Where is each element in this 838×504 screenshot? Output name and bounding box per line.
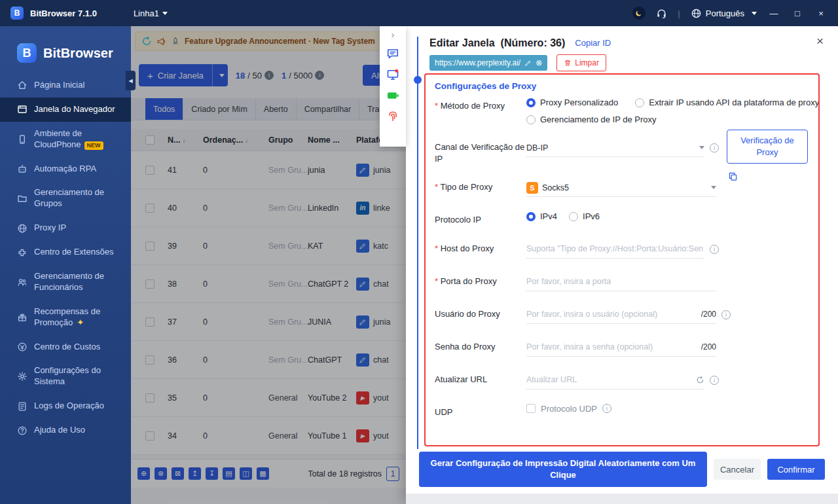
ip-check-channel-label: Canal de Verificação de IP (435, 139, 526, 164)
folder-icon (17, 193, 27, 204)
radio-off-icon (635, 98, 644, 107)
proxy-user-input[interactable] (526, 310, 697, 319)
generate-fingerprint-button[interactable]: Gerar Configuração de Impressão Digital … (419, 452, 707, 487)
url-chip[interactable]: https://www.perplexity.ai/ ⊗ (429, 55, 547, 71)
sidebar-item-recompensas-promocao[interactable]: Recompensas de Promoção✦ (0, 300, 131, 335)
brand: B BitBrowser (0, 26, 131, 73)
udp-label: UDP (435, 404, 526, 418)
sidebar-item-automacao-rpa[interactable]: Automação RPA (0, 157, 131, 181)
sidebar-item-ajuda-uso[interactable]: Ajuda de Uso (0, 418, 131, 442)
radio-extrair-ip-api[interactable]: Extrair IP usando API da plataforma de p… (635, 98, 819, 107)
radio-proxy-personalizado[interactable]: Proxy Personalizado (526, 98, 618, 107)
socks5-icon: S (526, 182, 538, 194)
proxy-method-label: Método de Proxy (435, 98, 526, 112)
chevron-down-icon (711, 186, 716, 192)
drawer-anchor-dot (414, 76, 422, 84)
sidebar-item-gerenciamento-funcionarios[interactable]: Gerenciamento de Funcionários (0, 264, 131, 300)
sidebar-collapse-icon[interactable]: ◀ (126, 71, 136, 90)
edit-url-icon[interactable] (524, 60, 532, 67)
minimize-button[interactable]: — (767, 9, 780, 18)
info-icon[interactable] (721, 310, 731, 319)
drawer-accent-line (417, 37, 418, 449)
main-content: Feature Upgrade Announcement · New Tag S… (131, 26, 406, 504)
proxy-type-label: Tipo de Proxy (435, 179, 526, 193)
close-button[interactable]: × (814, 9, 828, 18)
sidebar-item-janela-do-navegador[interactable]: Janela do Navegador (0, 98, 131, 122)
proxy-verify-button[interactable]: Verificação de Proxy (727, 130, 808, 164)
drawer-window-number: (Número: 36) (501, 37, 566, 49)
radio-off-icon (569, 212, 578, 221)
sidebar-item-centro-custos[interactable]: Centro de Custos (0, 335, 131, 359)
bitbrowser-window: B BitBrowser 7.1.0 Linha1 | Português — … (0, 0, 838, 504)
sidebar-item-proxy-ip[interactable]: Proxy IP (0, 216, 131, 240)
refresh-icon[interactable] (696, 376, 704, 384)
sidebar-nav: Página Inicial Janela do Navegador Ambie… (0, 73, 131, 442)
drawer-header: Editar Janela (Número: 36) Copiar ID (406, 26, 838, 51)
proxy-password-input[interactable] (526, 342, 697, 351)
clear-button[interactable]: Limpar (556, 54, 606, 71)
monitor-icon[interactable] (386, 68, 399, 81)
brand-logo-icon: B (17, 43, 37, 63)
radio-gerenciamento-ip[interactable]: Gerenciamento de IP de Proxy (526, 115, 657, 124)
theme-toggle[interactable] (632, 7, 646, 20)
side-toolbar: › (380, 26, 406, 147)
coin-icon (17, 342, 27, 352)
phone-icon (17, 134, 27, 145)
proxy-settings-section: Configurações de Proxy Método de Proxy P… (424, 73, 820, 446)
line-selector[interactable]: Linha1 (134, 9, 168, 18)
refresh-url-input[interactable] (526, 375, 692, 384)
fingerprint-icon[interactable] (386, 110, 399, 123)
remove-url-icon[interactable]: ⊗ (536, 59, 542, 67)
proxy-type-select[interactable]: S Socks5 (526, 179, 716, 197)
confirm-button[interactable]: Confirmar (767, 459, 825, 480)
drawer-close-icon[interactable]: × (816, 34, 824, 48)
copy-id-link[interactable]: Copiar ID (575, 38, 611, 48)
radio-on-icon (526, 212, 536, 221)
radio-ipv6[interactable]: IPv6 (569, 211, 600, 221)
sidebar: B BitBrowser Página Inicial Janela do Na… (0, 26, 131, 504)
globe-icon (691, 8, 702, 19)
info-icon[interactable] (710, 245, 719, 254)
ip-check-channel-select[interactable]: DB-IP (526, 139, 704, 157)
sidebar-item-pagina-inicial[interactable]: Página Inicial (0, 73, 131, 98)
url-text: https://www.perplexity.ai/ (435, 58, 520, 67)
proxy-section-title: Configurações de Proxy (435, 81, 809, 91)
radio-on-icon (526, 98, 536, 107)
file-icon (17, 401, 27, 412)
support-headset-icon[interactable] (656, 8, 667, 19)
radio-ipv4[interactable]: IPv4 (526, 211, 557, 221)
puzzle-icon (17, 247, 27, 258)
battery-icon[interactable] (386, 89, 399, 102)
modal-overlay[interactable] (131, 26, 406, 504)
info-icon[interactable] (602, 404, 611, 413)
edit-window-drawer: Editar Janela (Número: 36) Copiar ID × h… (406, 26, 838, 504)
info-icon[interactable] (710, 143, 719, 153)
chat-icon[interactable] (386, 47, 399, 60)
verify-area: Verificação de Proxy (727, 130, 808, 181)
sidebar-item-centro-extensoes[interactable]: Centro de Extensões (0, 240, 131, 264)
sidebar-item-logs-operacao[interactable]: Logs de Operação (0, 394, 131, 418)
trash-icon (564, 59, 572, 67)
sidebar-item-gerenciamento-grupos[interactable]: Gerenciamento de Grupos (0, 181, 131, 216)
robot-icon (17, 164, 27, 174)
help-icon (17, 425, 27, 436)
brand-name: BitBrowser (43, 46, 113, 61)
proxy-host-input[interactable] (526, 244, 704, 253)
sidebar-item-ambiente-cloudphone[interactable]: Ambiente de CloudPhoneNEW (0, 122, 131, 157)
globe-icon (17, 223, 27, 234)
proxy-user-label: Usuário do Proxy (435, 306, 526, 320)
copy-proxy-icon[interactable] (728, 171, 738, 181)
cancel-button[interactable]: Cancelar (714, 459, 761, 480)
info-icon[interactable] (710, 376, 719, 385)
expand-panel-icon[interactable]: › (392, 29, 395, 39)
maximize-button[interactable]: □ (791, 9, 804, 18)
gift-icon (17, 312, 27, 323)
udp-checkbox[interactable] (526, 404, 536, 413)
app-logo-icon: B (10, 7, 24, 20)
proxy-password-label: Senha do Proxy (435, 338, 526, 353)
titlebar: B BitBrowser 7.1.0 Linha1 | Português — … (0, 0, 838, 26)
language-selector[interactable]: Português (691, 8, 757, 19)
proxy-port-input[interactable] (526, 277, 716, 286)
sidebar-item-configuracoes-sistema[interactable]: Configurações do Sistema (0, 359, 131, 394)
sparkle-icon: ✦ (77, 317, 84, 327)
